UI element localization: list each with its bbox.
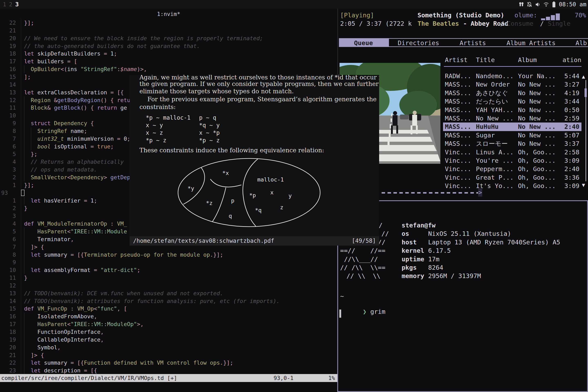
tab-directories[interactable]: Directories: [398, 40, 439, 46]
statusline-filename: compiler/src/iree/compiler/Dialect/VM/IR…: [1, 374, 177, 382]
code-line: 20 Symbol,: [0, 344, 337, 351]
terminal-border-right: [587, 200, 588, 392]
queue-row[interactable]: MASS...No New ...No New ...2:59: [443, 114, 582, 122]
player-state: [Playing]: [340, 12, 374, 19]
venn-label-q: q: [229, 213, 232, 219]
line-number: 12: [0, 96, 16, 104]
tab-alb[interactable]: Alb: [576, 40, 587, 46]
venn-label-p: p: [231, 198, 234, 204]
pdf-viewer[interactable]: Again, we might as well restrict ourselv…: [130, 75, 379, 246]
fetch-row: ==// //==kernel6.17.5: [339, 246, 588, 255]
fetch-row: // \\ \\memory2956M / 31397M: [339, 272, 588, 280]
status-bar: 123 08:50 a: [0, 0, 588, 9]
workspace-2[interactable]: 2: [9, 1, 12, 8]
queue-column-ation: ation: [562, 56, 581, 64]
statusline-cursor-position: 93,0-1: [274, 374, 294, 382]
queue-column-artist: Artist: [445, 56, 468, 64]
line-number: 1: [0, 181, 16, 189]
track-time: 2:05 / 3:37 (2722 k: [340, 20, 412, 27]
workspace-switcher[interactable]: 123: [3, 1, 22, 8]
line-number: 8: [0, 251, 16, 259]
venn-label-star-y: *y: [188, 185, 194, 192]
line-number: 6: [0, 143, 16, 150]
fetch-row: // /\\ \\==pkgs8264: [339, 264, 588, 272]
queue-row[interactable]: MASS...SugarNo New ...5:07: [443, 131, 582, 140]
fetch-label: os: [402, 230, 409, 238]
wifi-icon: [543, 2, 549, 7]
queue-row[interactable]: MASS...スローモーNo New ...3:37: [443, 140, 582, 148]
line-number: 21: [0, 351, 16, 359]
queue-row[interactable]: Vinc...Great P...Oh, Goo...3:36: [443, 173, 582, 182]
queue-row[interactable]: Vinc...Pepperm...Oh, Goo...2:40: [443, 165, 582, 173]
tab-queue[interactable]: Queue: [354, 40, 373, 46]
fetch-value: NixOS 25.11 (Xantusia): [428, 230, 511, 238]
workspace-1[interactable]: 1: [3, 1, 6, 8]
nixos-logo-fragment: /: [379, 221, 382, 230]
queue-row[interactable]: MASS...YAH YAH...No New ...0:50: [443, 106, 582, 114]
code-line: 15def VM_FuncOp : VM_Op<"func", [: [0, 305, 337, 312]
line-number: 15: [0, 305, 16, 312]
queue-row[interactable]: RADW...Nandemo...Your Na...5:44: [443, 72, 582, 80]
tab-album-artists[interactable]: Album Artists: [506, 40, 556, 46]
desktop: 1:nvim* 22}];2120// We need to ensure th…: [0, 0, 588, 392]
pdf-page-indicator: [49/58]: [352, 236, 376, 246]
fetch-value: 6.17.5: [428, 246, 451, 255]
code-line: 21: [0, 27, 337, 34]
queue-row[interactable]: MASS...HuHuHuNo New ...2:40: [443, 122, 582, 131]
code-line: 9: [0, 258, 337, 266]
system-tray: 08:50 am: [518, 0, 586, 9]
pdf-statusbar: /home/stefan/texts/sav08:schwartzbach.pd…: [130, 236, 379, 246]
fetch-row: //\\___//uptime17m: [339, 255, 588, 264]
queue-row[interactable]: Vinc...It's Yo...Oh, Goo...3:09: [443, 182, 582, 190]
shell-prompt[interactable]: ❯ grim: [340, 301, 386, 322]
terminal-cursor: [339, 310, 341, 318]
code-line: 23 let description = [{: [0, 367, 337, 374]
line-number: 19: [0, 42, 16, 50]
scroll-down-arrow[interactable]: ▼: [582, 182, 585, 188]
queue-row[interactable]: MASS...New OrderNo New ...3:27: [443, 80, 582, 88]
venn-diagram: *xmalloc-1*y*pxyp*zz*qq: [130, 75, 379, 236]
code-line: 17let builders = [: [0, 58, 337, 65]
fetch-value: 8264: [428, 264, 443, 272]
album-dash: -: [460, 20, 470, 27]
code-line: 18let skipDefaultBuilders = 1;: [0, 50, 337, 58]
scroll-up-arrow[interactable]: ▲: [582, 74, 585, 80]
nixos-logo-fragment: // /\\ \\==: [340, 264, 386, 272]
queue-row[interactable]: MASS...だったらいNo New ...3:44: [443, 97, 582, 106]
workspace-3[interactable]: 3: [15, 1, 19, 8]
fetch-label: memory: [402, 272, 424, 280]
code-line: 13// TODO(benvanik): DCE vm.func when un…: [0, 290, 337, 297]
code-line: 14// TODO(benvanik): attributes for func…: [0, 297, 337, 305]
mode-consume: Consume: [507, 20, 533, 27]
fetch-label: host: [402, 238, 417, 246]
queue-row[interactable]: Vinc...Linus A...Oh, Goo...2:58: [443, 148, 582, 156]
code-line: 17 HasParent<"IREE::VM::ModuleOp">,: [0, 320, 337, 328]
code-line: 22}];: [0, 19, 337, 27]
line-number: 18: [0, 50, 16, 58]
line-number: 4: [0, 158, 16, 166]
queue-row[interactable]: MASS...あさひなぐNo New ...4:19: [443, 89, 582, 97]
line-number: 3: [0, 166, 16, 174]
fetch-label: pkgs: [402, 264, 417, 272]
tab-artists[interactable]: Artists: [460, 40, 486, 46]
queue-scrollbar-thumb[interactable]: [584, 88, 587, 97]
mode-separator-1: /: [500, 20, 504, 27]
volume-steps-icon: [541, 13, 561, 20]
code-line: 20// We need to ensure the block inside …: [0, 34, 337, 42]
line-number: 17: [0, 320, 16, 328]
nixos-logo-fragment: ==// //==: [340, 246, 386, 255]
code-line: 16 OpBuilder<(ins "StringRef":$name)>,: [0, 65, 337, 73]
prompt-symbol: ❯: [363, 308, 366, 315]
line-number: 6: [0, 236, 16, 243]
notifications-off-icon: [527, 2, 532, 7]
code-line: 11}: [0, 274, 337, 282]
code-line: 21 ]> {: [0, 351, 337, 359]
code-line: 12: [0, 282, 337, 290]
line-number: 19: [0, 336, 16, 344]
nixos-logo-fragment: // \\ \\: [346, 272, 380, 280]
battery-icon: [552, 1, 556, 8]
volume-icon: [535, 2, 540, 7]
queue-row[interactable]: Vinc...You're ...Oh, Goo...3:09: [443, 156, 582, 165]
fetch-label: kernel: [402, 246, 424, 255]
progress-head[interactable]: >: [478, 188, 482, 196]
